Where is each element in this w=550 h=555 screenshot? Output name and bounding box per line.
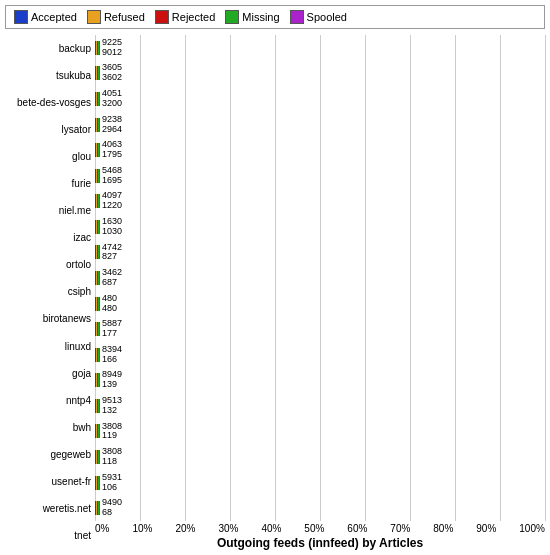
bar-row-goja: 8394166 — [95, 342, 545, 368]
bar-label-goja: 8394166 — [102, 345, 122, 365]
bar-segment-spooled — [99, 348, 100, 362]
chart-body: backuptsukubabete-des-vosgeslysatorglouf… — [5, 35, 545, 550]
bar-row-birotanews: 480480 — [95, 291, 545, 317]
spooled-swatch — [290, 10, 304, 24]
bar-value: 1695 — [102, 176, 122, 186]
bar-stack-birotanews — [95, 297, 100, 311]
y-label-csiph: csiph — [68, 287, 91, 297]
bar-value: 106 — [102, 483, 122, 493]
bar-value: 9012 — [102, 48, 122, 58]
bar-row-bete-des-vosges: 40513200 — [95, 86, 545, 112]
bar-row-niel.me: 40971220 — [95, 188, 545, 214]
bar-stack-nntp4 — [95, 373, 100, 387]
legend-item-missing: Missing — [225, 10, 279, 24]
bar-value: 139 — [102, 380, 122, 390]
x-tick: 100% — [519, 523, 545, 534]
bar-label-weretis.net: 5931106 — [102, 473, 122, 493]
bar-segment-spooled — [99, 118, 100, 132]
bar-stack-tnet — [95, 501, 100, 515]
bar-row-glou: 40631795 — [95, 137, 545, 163]
rejected-swatch — [155, 10, 169, 24]
x-tick: 50% — [304, 523, 324, 534]
y-label-ortolo: ortolo — [66, 260, 91, 270]
x-tick: 10% — [132, 523, 152, 534]
y-label-goja: goja — [72, 369, 91, 379]
bar-segment-spooled — [99, 399, 100, 413]
bar-row-bwh: 9513132 — [95, 393, 545, 419]
y-label-usenet-fr: usenet-fr — [52, 477, 91, 487]
bar-row-usenet-fr: 3808118 — [95, 444, 545, 470]
bar-label-linuxd: 5887177 — [102, 319, 122, 339]
bar-value: 1220 — [102, 201, 122, 211]
bar-row-backup: 92259012 — [95, 35, 545, 61]
bars-area: 9225901236053602405132009238296440631795… — [95, 35, 545, 521]
bar-stack-tsukuba — [95, 66, 100, 80]
bar-label-glou: 40631795 — [102, 140, 122, 160]
bar-stack-niel.me — [95, 194, 100, 208]
bar-value: 119 — [102, 431, 122, 441]
bar-stack-bete-des-vosges — [95, 92, 100, 106]
bar-segment-spooled — [99, 194, 100, 208]
y-label-niel.me: niel.me — [59, 206, 91, 216]
legend-item-rejected: Rejected — [155, 10, 215, 24]
bar-segment-spooled — [99, 322, 100, 336]
bar-segment-spooled — [99, 169, 100, 183]
legend-label: Rejected — [172, 11, 215, 23]
bar-stack-furie — [95, 169, 100, 183]
bar-segment-spooled — [99, 450, 100, 464]
legend-label: Refused — [104, 11, 145, 23]
bar-segment-spooled — [99, 297, 100, 311]
bar-row-tsukuba: 36053602 — [95, 61, 545, 87]
bar-label-gegeweb: 3808119 — [102, 422, 122, 442]
bar-stack-bwh — [95, 399, 100, 413]
x-tick: 0% — [95, 523, 109, 534]
legend-item-spooled: Spooled — [290, 10, 347, 24]
bar-row-izac: 16301030 — [95, 214, 545, 240]
bar-label-usenet-fr: 3808118 — [102, 447, 122, 467]
plot-area: 9225901236053602405132009238296440631795… — [95, 35, 545, 550]
bar-label-izac: 16301030 — [102, 217, 122, 237]
bar-segment-spooled — [99, 373, 100, 387]
bar-stack-gegeweb — [95, 424, 100, 438]
bar-label-bete-des-vosges: 40513200 — [102, 89, 122, 109]
bar-row-furie: 54681695 — [95, 163, 545, 189]
bar-segment-spooled — [99, 271, 100, 285]
chart-container: AcceptedRefusedRejectedMissingSpooled ba… — [0, 0, 550, 555]
bar-value: 177 — [102, 329, 122, 339]
y-label-lysator: lysator — [62, 125, 91, 135]
bar-label-tsukuba: 36053602 — [102, 63, 122, 83]
bar-value: 3200 — [102, 99, 122, 109]
bar-value: 827 — [102, 252, 122, 262]
y-label-backup: backup — [59, 44, 91, 54]
y-label-tsukuba: tsukuba — [56, 71, 91, 81]
x-tick: 80% — [433, 523, 453, 534]
x-tick: 30% — [218, 523, 238, 534]
y-axis-labels: backuptsukubabete-des-vosgeslysatorglouf… — [5, 35, 95, 550]
y-label-gegeweb: gegeweb — [50, 450, 91, 460]
bar-value: 68 — [102, 508, 122, 518]
bar-value: 480 — [102, 304, 117, 314]
bar-segment-spooled — [99, 220, 100, 234]
accepted-swatch — [14, 10, 28, 24]
bar-row-nntp4: 8949139 — [95, 368, 545, 394]
x-tick: 70% — [390, 523, 410, 534]
bar-value: 3602 — [102, 73, 122, 83]
bar-stack-glou — [95, 143, 100, 157]
bar-stack-csiph — [95, 271, 100, 285]
legend-label: Missing — [242, 11, 279, 23]
bar-row-ortolo: 4742827 — [95, 240, 545, 266]
legend: AcceptedRefusedRejectedMissingSpooled — [5, 5, 545, 29]
grid-line-100 — [545, 35, 546, 521]
x-axis-title: Outgoing feeds (innfeed) by Articles — [95, 536, 545, 550]
missing-swatch — [225, 10, 239, 24]
bar-stack-goja — [95, 348, 100, 362]
y-label-izac: izac — [73, 233, 91, 243]
bar-stack-usenet-fr — [95, 450, 100, 464]
bar-segment-spooled — [99, 92, 100, 106]
x-tick: 40% — [261, 523, 281, 534]
legend-label: Spooled — [307, 11, 347, 23]
bar-value: 1030 — [102, 227, 122, 237]
refused-swatch — [87, 10, 101, 24]
bar-stack-linuxd — [95, 322, 100, 336]
x-tick: 60% — [347, 523, 367, 534]
